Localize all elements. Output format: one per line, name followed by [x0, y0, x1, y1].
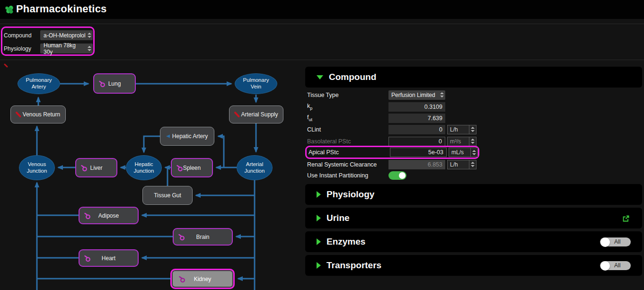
transporters-all-toggle[interactable]: All [600, 261, 631, 270]
stepper-icon[interactable] [469, 125, 476, 134]
organ-icon [178, 275, 185, 282]
node-kidney-selected[interactable]: Kidney [170, 269, 235, 289]
tissue-type-select[interactable]: Perfusion Limited [388, 90, 445, 100]
collapse-arrow-icon[interactable] [317, 75, 323, 79]
node-label: Arterial Junction [245, 161, 265, 175]
instant-partitioning-toggle[interactable] [388, 171, 406, 180]
expand-arrow-icon[interactable] [317, 262, 321, 269]
node-lung[interactable]: Lung [93, 73, 136, 94]
stepper-icon[interactable] [86, 30, 93, 40]
node-tissue-gut[interactable]: Tissue Gut [142, 186, 193, 205]
section-title: Enzymes [326, 237, 365, 247]
urine-open-external-icon[interactable] [622, 215, 630, 222]
fut-input[interactable] [388, 114, 445, 123]
node-heart[interactable]: Heart [79, 249, 139, 267]
node-hepatic-artery[interactable]: Hepatic Artery [160, 127, 214, 146]
node-spleen[interactable]: Spleen [171, 158, 213, 177]
renal-clearance-unit-select[interactable]: L/h [447, 160, 476, 169]
physiology-select-label: Physiology [4, 45, 31, 52]
expand-arrow-icon[interactable] [317, 215, 321, 221]
stepper-icon[interactable] [469, 160, 476, 169]
node-label: Adipose [98, 212, 119, 219]
red-stroke-icon [15, 111, 22, 118]
stepper-icon[interactable] [470, 148, 477, 157]
clint-unit-select[interactable]: L/h [447, 125, 476, 134]
model-selectors-highlight: Compound a-OH-Metoprolol Physiology Huma… [1, 26, 95, 56]
basolateral-pstc-unit-select[interactable]: m³/s [447, 137, 476, 146]
stepper-icon[interactable] [86, 44, 93, 53]
red-stroke-icon [234, 111, 240, 118]
tissue-type-value: Perfusion Limited [391, 92, 438, 98]
unit-value: mL/s [449, 149, 470, 156]
row-apical-pstc-highlighted: Apical PStc mL/s [305, 146, 479, 159]
circulation-diagram: Pulmonary Artery Pulmonary Vein Venous J… [0, 61, 305, 290]
section-urine-header[interactable]: Urine [305, 208, 642, 228]
compound-select-label: Compound [4, 32, 32, 39]
apical-pstc-unit-select[interactable]: mL/s [449, 148, 478, 157]
node-label: Venous Junction [27, 161, 47, 175]
node-pulmonary-vein[interactable]: Pulmonary Vein [235, 73, 277, 94]
section-transporters-header[interactable]: Transporters [305, 255, 642, 276]
field-label: fut [307, 114, 388, 122]
row-kp: kp [307, 102, 476, 112]
organ-icon [178, 233, 185, 240]
artery-arrow-icon [165, 133, 171, 140]
organ-icon [84, 255, 91, 262]
section-compound-header[interactable]: Compound [305, 67, 642, 88]
node-label: Lung [108, 80, 121, 87]
node-arterial-supply[interactable]: Arterial Supply [229, 105, 283, 123]
section-physiology-header[interactable]: Physiology [305, 184, 642, 205]
field-label: Tissue Type [307, 92, 388, 98]
node-label: Tissue Gut [154, 192, 181, 199]
node-label: Kidney [194, 276, 212, 282]
physiology-select-value: Human 78kg 30y [44, 42, 86, 55]
node-label: Heart [102, 255, 115, 262]
node-adipose[interactable]: Adipose [79, 207, 139, 224]
node-label: Spleen [183, 165, 201, 171]
physiology-select[interactable]: Human 78kg 30y [40, 44, 93, 53]
stepper-icon[interactable] [469, 137, 476, 146]
divider [0, 60, 644, 60]
unit-value: L/h [448, 161, 469, 168]
node-pulmonary-artery[interactable]: Pulmonary Artery [18, 73, 60, 94]
node-arterial-junction[interactable]: Arterial Junction [237, 155, 273, 180]
node-label: Venous Return [23, 111, 60, 118]
row-fut: fut [307, 113, 476, 123]
node-hepatic-junction[interactable]: Hepatic Junction [126, 155, 162, 180]
node-venous-junction[interactable]: Venous Junction [19, 155, 55, 180]
clint-input[interactable] [388, 125, 445, 134]
node-label: Pulmonary Artery [26, 77, 52, 90]
enzymes-all-toggle[interactable]: All [600, 237, 631, 246]
row-clint: CLint L/h [307, 124, 476, 134]
expand-arrow-icon[interactable] [317, 191, 321, 198]
toggle-label: All [614, 262, 620, 269]
basolateral-pstc-input[interactable] [388, 137, 445, 146]
field-label: Use Instant Partitioning [307, 172, 388, 179]
node-liver[interactable]: Liver [75, 158, 117, 177]
section-enzymes-header[interactable]: Enzymes [305, 231, 642, 252]
stepper-icon[interactable] [438, 90, 445, 100]
row-tissue-type: Tissue Type Perfusion Limited [307, 90, 476, 100]
node-brain[interactable]: Brain [173, 228, 233, 246]
node-label: Pulmonary Vein [243, 77, 269, 90]
row-instant-partitioning: Use Instant Partitioning [307, 170, 476, 180]
node-label: Brain [196, 234, 209, 240]
compound-select[interactable]: a-OH-Metoprolol [40, 30, 93, 40]
unit-value: m³/s [448, 138, 469, 145]
compound-select-value: a-OH-Metoprolol [44, 32, 86, 39]
apical-pstc-input[interactable] [390, 148, 447, 157]
kp-input[interactable] [388, 102, 445, 112]
node-label: Hepatic Junction [134, 161, 154, 175]
node-venous-return[interactable]: Venous Return [10, 105, 66, 123]
section-title: Urine [326, 213, 350, 223]
node-label: Arterial Supply [241, 111, 278, 118]
field-label: CLint [307, 126, 388, 133]
app-bar: Pharmacokinetics [0, 0, 644, 19]
field-label: kp [307, 103, 388, 111]
row-renal-systemic-clearance: Renal Systemic Clearance L/h [307, 159, 476, 169]
organ-icon [98, 80, 106, 87]
expand-arrow-icon[interactable] [317, 238, 321, 245]
toggle-label: All [614, 238, 620, 245]
section-title: Compound [329, 72, 376, 82]
page-title: Pharmacokinetics [16, 3, 107, 15]
